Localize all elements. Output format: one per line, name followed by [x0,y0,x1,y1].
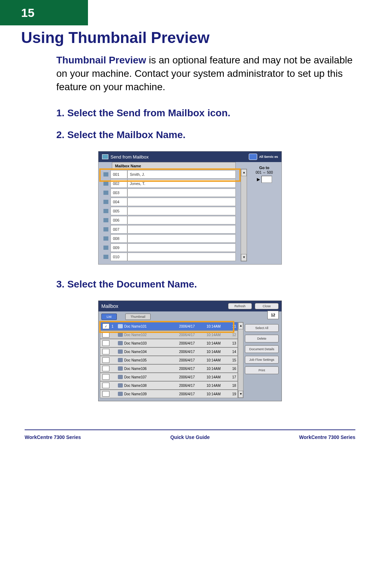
delete-button[interactable]: Delete [245,335,279,342]
action-panel: 12 Select All Delete Document Details Jo… [243,322,280,398]
mailbox-name: Jones, T. [127,179,236,188]
mailbox-name [127,243,236,252]
mailbox-row[interactable]: 009 [99,243,241,252]
checkbox[interactable]: ✓ [102,323,109,329]
step-1: 1. Select the Send from Mailbox icon. [56,107,355,119]
page-title: Using Thumbnail Preview [21,29,380,47]
doc-name: Doc Name105 [124,358,179,362]
mailbox-row[interactable]: 008 [99,234,241,243]
folder-icon [103,236,108,241]
refresh-button[interactable]: Refresh [228,303,252,309]
document-row[interactable]: ✓1Doc Name1012006/4/1710:14AM11 [100,322,238,330]
document-row[interactable]: Doc Name1092006/4/1710:14AM19 [100,390,238,398]
document-row[interactable]: Doc Name1052006/4/1710:14AM15 [100,356,238,364]
doc-name: Doc Name103 [124,341,179,345]
checkbox[interactable] [102,383,109,388]
document-details-button[interactable]: Document Details [245,345,279,353]
goto-range: 001 ↔ 500 [249,171,279,174]
folder-icon [103,172,108,177]
footer-left: WorkCentre 7300 Series [25,434,81,440]
goto-play-icon[interactable]: ▶ [257,177,260,182]
mailbox-number: 005 [110,207,127,215]
document-row[interactable]: Doc Name1042006/4/1710:14AM14 [100,347,238,356]
mailbox-row[interactable]: 003 [99,188,241,197]
doc-date: 2006/4/17 [179,392,207,396]
doc-time: 10:14AM [207,375,228,379]
document-icon [118,324,123,328]
document-row[interactable]: Doc Name1022006/4/1710:14AM12 [100,330,238,339]
document-row[interactable]: Doc Name1062006/4/1710:14AM16 [100,364,238,373]
goto-label: Go to [249,166,279,170]
screenshot-send-from-mailbox: Send from Mailbox All Servic es Mailbox … [98,151,282,265]
checkbox[interactable] [102,357,109,363]
shot2-titlebar: Mailbox Refresh Close [99,301,281,311]
scrollbar[interactable]: ▴ ▾ [241,169,247,261]
document-icon [118,358,123,362]
mailbox-name [127,198,236,206]
mailbox-number: 007 [110,225,127,234]
shot1-title: Send from Mailbox [110,154,148,160]
scroll-up-icon[interactable]: ▴ [241,169,247,176]
document-icon [118,392,123,396]
folder-icon [103,246,108,250]
tab-thumbnail[interactable]: Thumbnail [125,314,151,320]
mailbox-row[interactable]: 010 [99,252,241,261]
goto-input[interactable] [261,176,272,183]
scroll-down-icon[interactable]: ▾ [241,254,247,261]
folder-icon [103,255,108,259]
doc-time: 10:14AM [207,350,228,354]
doc-number: 11 [228,324,238,328]
document-icon [118,341,123,345]
doc-name: Doc Name104 [124,350,179,354]
mailbox-name [127,225,236,234]
doc-number: 15 [228,358,238,362]
checkbox[interactable] [102,366,109,371]
page-footer: WorkCentre 7300 Series Quick Use Guide W… [0,434,380,461]
doc-name: Doc Name109 [124,392,179,396]
checkbox[interactable] [102,349,109,354]
mailbox-name [127,216,236,224]
mailbox-name: Smith, J. [127,170,236,179]
close-button[interactable]: Close [255,303,279,309]
shot1-titlebar: Send from Mailbox All Servic es [99,151,281,162]
tab-list[interactable]: List [101,314,117,320]
print-button[interactable]: Print [245,366,279,374]
doc-time: 10:14AM [207,333,228,337]
scrollbar[interactable]: ▴ ▾ [238,322,243,398]
doc-date: 2006/4/17 [179,367,207,371]
doc-name: Doc Name108 [124,384,179,388]
checkbox[interactable] [102,340,109,346]
doc-date: 2006/4/17 [179,350,207,354]
doc-date: 2006/4/17 [179,375,207,379]
mailbox-number: 002 [110,179,127,188]
intro-lead: Thumbnail Preview [56,55,146,66]
all-services-button[interactable]: All Servic es [249,154,278,160]
mailbox-list: Mailbox Name 001Smith, J.002Jones, T.003… [99,162,241,261]
doc-name: Doc Name107 [124,375,179,379]
checkbox[interactable] [102,374,109,380]
document-list: ✓1Doc Name1012006/4/1710:14AM11Doc Name1… [100,322,238,398]
mailbox-row[interactable]: 004 [99,197,241,206]
scroll-up-icon[interactable]: ▴ [238,322,243,329]
mailbox-row[interactable]: 006 [99,216,241,225]
document-icon [118,349,123,354]
document-row[interactable]: Doc Name1082006/4/1710:14AM18 [100,381,238,390]
mailbox-row[interactable]: 007 [99,225,241,234]
select-all-button[interactable]: Select All [245,324,279,332]
scroll-down-icon[interactable]: ▾ [238,391,243,398]
footer-right: WorkCentre 7300 Series [299,434,355,440]
doc-time: 10:14AM [207,392,228,396]
job-flow-settings-button[interactable]: Job Flow Settings [245,356,279,364]
mailbox-row[interactable]: 002Jones, T. [99,179,241,188]
screenshot-mailbox-documents: Mailbox Refresh Close List Thumbnail ✓1D… [98,301,282,401]
doc-number: 19 [228,392,238,396]
checkbox[interactable] [102,391,109,397]
document-row[interactable]: Doc Name1032006/4/1710:14AM13 [100,339,238,347]
doc-time: 10:14AM [207,341,228,345]
shot2-title: Mailbox [101,303,225,309]
document-icon [118,375,123,379]
mailbox-row[interactable]: 001Smith, J. [99,170,241,179]
document-row[interactable]: Doc Name1072006/4/1710:14AM17 [100,373,238,381]
mailbox-row[interactable]: 005 [99,206,241,216]
checkbox[interactable] [102,332,109,338]
